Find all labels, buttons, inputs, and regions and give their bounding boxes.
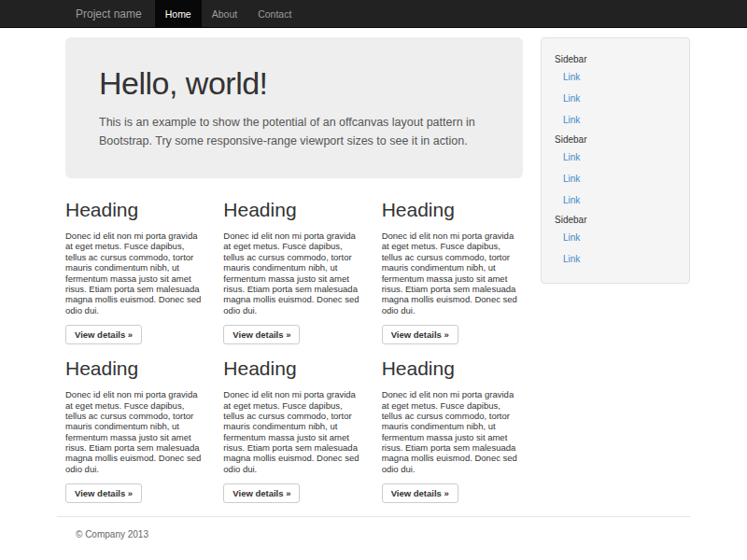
page-container: Hello, world! This is an example to show…	[57, 28, 690, 539]
feature-card: Heading Donec id elit non mi porta gravi…	[223, 199, 364, 344]
view-details-button[interactable]: View details »	[223, 483, 300, 503]
navbar-inner: Project name Home About Contact	[57, 0, 690, 27]
navbar-menu: Home About Contact	[155, 0, 303, 27]
sidebar-column: Sidebar Link Link Link Sidebar Link Link…	[541, 37, 690, 284]
card-heading: Heading	[223, 199, 364, 221]
sidebar-link[interactable]: Link	[555, 88, 678, 109]
card-body-text: Donec id elit non mi porta gravida at eg…	[65, 231, 206, 315]
card-body-text: Donec id elit non mi porta gravida at eg…	[65, 389, 206, 474]
card-body-text: Donec id elit non mi porta gravida at eg…	[382, 231, 523, 315]
card-body-text: Donec id elit non mi porta gravida at eg…	[382, 389, 523, 474]
view-details-button[interactable]: View details »	[223, 325, 300, 344]
jumbotron-description: This is an example to show the potential…	[99, 113, 489, 150]
sidebar-link[interactable]: Link	[555, 147, 678, 168]
sidebar-link[interactable]: Link	[555, 109, 678, 131]
navbar-brand[interactable]: Project name	[57, 0, 155, 27]
content-row: Hello, world! This is an example to show…	[57, 28, 690, 503]
nav-item-home[interactable]: Home	[155, 0, 202, 27]
view-details-button[interactable]: View details »	[65, 325, 142, 344]
jumbotron: Hello, world! This is an example to show…	[65, 37, 523, 178]
sidebar-link[interactable]: Link	[555, 189, 678, 211]
sidebar-group-title: Sidebar	[555, 215, 678, 225]
feature-card: Heading Donec id elit non mi porta gravi…	[382, 357, 523, 503]
footer: © Company 2013	[57, 516, 690, 539]
sidebar-link[interactable]: Link	[555, 227, 678, 248]
card-body-text: Donec id elit non mi porta gravida at eg…	[223, 231, 364, 315]
nav-item-about[interactable]: About	[202, 0, 247, 27]
card-heading: Heading	[382, 199, 523, 221]
navbar: Project name Home About Contact	[0, 0, 747, 28]
sidebar-group-title: Sidebar	[555, 54, 678, 64]
card-heading: Heading	[65, 199, 206, 221]
card-body-text: Donec id elit non mi porta gravida at eg…	[223, 389, 364, 474]
sidebar-link[interactable]: Link	[555, 248, 678, 270]
copyright-text: © Company 2013	[57, 529, 690, 539]
card-heading: Heading	[223, 357, 364, 380]
nav-item-contact[interactable]: Contact	[247, 0, 302, 27]
cards-grid: Heading Donec id elit non mi porta gravi…	[65, 199, 523, 503]
view-details-button[interactable]: View details »	[382, 483, 458, 503]
sidebar-link[interactable]: Link	[555, 66, 678, 88]
view-details-button[interactable]: View details »	[382, 325, 458, 344]
sidebar-panel: Sidebar Link Link Link Sidebar Link Link…	[541, 37, 690, 284]
jumbotron-title: Hello, world!	[99, 65, 489, 102]
feature-card: Heading Donec id elit non mi porta gravi…	[382, 199, 523, 344]
footer-divider	[57, 516, 690, 517]
feature-card: Heading Donec id elit non mi porta gravi…	[223, 357, 364, 503]
sidebar-group-title: Sidebar	[555, 134, 678, 145]
sidebar-link[interactable]: Link	[555, 168, 678, 189]
feature-card: Heading Donec id elit non mi porta gravi…	[65, 357, 206, 503]
card-heading: Heading	[65, 357, 206, 380]
card-heading: Heading	[382, 357, 523, 380]
sidebar-group: Sidebar Link Link Link	[555, 54, 678, 131]
view-details-button[interactable]: View details »	[65, 483, 142, 503]
feature-card: Heading Donec id elit non mi porta gravi…	[65, 199, 206, 344]
sidebar-group: Sidebar Link Link Link	[555, 134, 678, 211]
sidebar-group: Sidebar Link Link	[555, 215, 678, 270]
main-column: Hello, world! This is an example to show…	[65, 37, 523, 503]
